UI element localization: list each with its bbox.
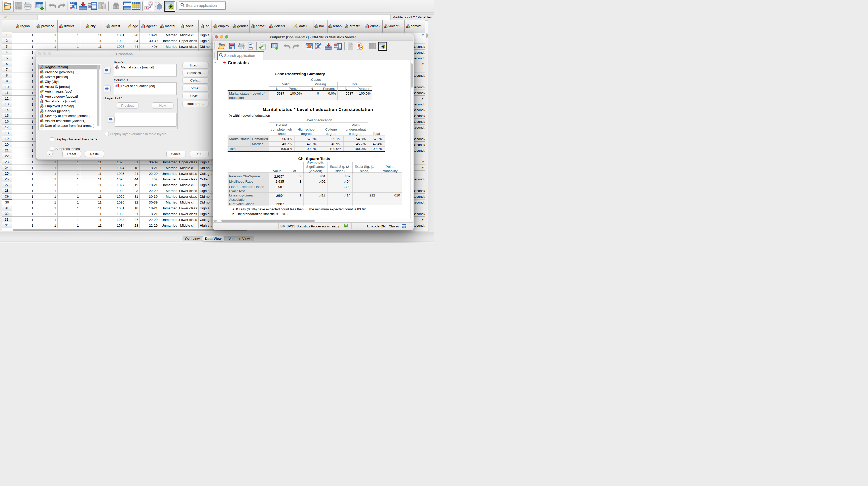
svg-text:1: 1 bbox=[146, 6, 147, 10]
svg-text:A: A bbox=[149, 2, 152, 5]
svg-text:μ: μ bbox=[102, 4, 105, 9]
